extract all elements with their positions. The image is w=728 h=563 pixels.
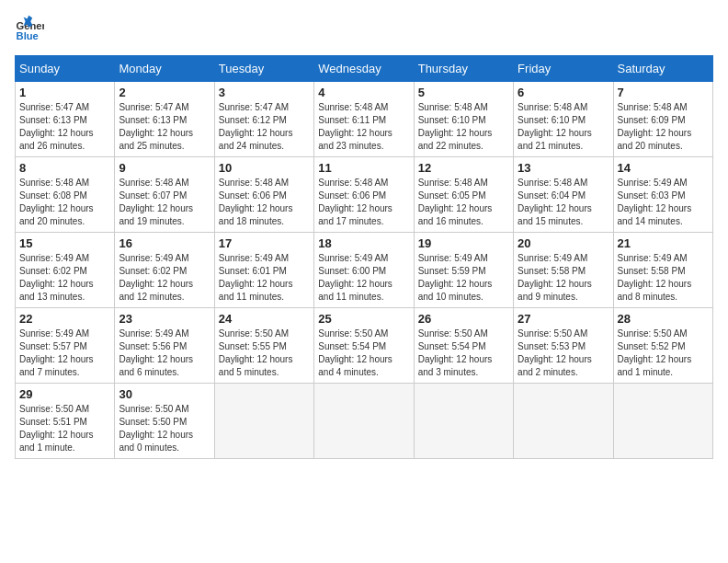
dow-header-tuesday: Tuesday: [214, 56, 313, 82]
logo: General Blue: [15, 15, 48, 44]
day-info: Sunrise: 5:48 AMSunset: 6:06 PMDaylight:…: [219, 177, 310, 228]
calendar-week-row: 15Sunrise: 5:49 AMSunset: 6:02 PMDayligh…: [16, 233, 713, 308]
calendar-cell: 2Sunrise: 5:47 AMSunset: 6:13 PMDaylight…: [115, 82, 214, 157]
day-info: Sunrise: 5:48 AMSunset: 6:09 PMDaylight:…: [618, 101, 709, 153]
day-info: Sunrise: 5:49 AMSunset: 5:58 PMDaylight:…: [618, 252, 709, 304]
page-header: General Blue: [15, 15, 713, 44]
calendar-cell: 30Sunrise: 5:50 AMSunset: 5:50 PMDayligh…: [115, 384, 214, 459]
day-number: 3: [219, 86, 310, 99]
day-info: Sunrise: 5:49 AMSunset: 6:02 PMDaylight:…: [119, 252, 210, 304]
calendar-cell: 6Sunrise: 5:48 AMSunset: 6:10 PMDaylight…: [514, 82, 613, 157]
day-info: Sunrise: 5:48 AMSunset: 6:04 PMDaylight:…: [518, 177, 609, 228]
calendar-cell: 20Sunrise: 5:49 AMSunset: 5:58 PMDayligh…: [514, 233, 613, 308]
logo-icon: General Blue: [15, 15, 44, 44]
calendar-cell: [514, 384, 613, 459]
day-number: 14: [618, 161, 709, 175]
day-number: 29: [19, 387, 110, 401]
calendar-cell: [314, 384, 414, 459]
calendar-cell: 16Sunrise: 5:49 AMSunset: 6:02 PMDayligh…: [115, 233, 214, 308]
day-info: Sunrise: 5:50 AMSunset: 5:54 PMDaylight:…: [418, 327, 509, 379]
day-info: Sunrise: 5:48 AMSunset: 6:11 PMDaylight:…: [318, 101, 409, 153]
day-number: 6: [518, 86, 609, 99]
calendar-cell: 25Sunrise: 5:50 AMSunset: 5:54 PMDayligh…: [314, 308, 414, 384]
calendar-cell: 11Sunrise: 5:48 AMSunset: 6:06 PMDayligh…: [314, 157, 414, 233]
day-number: 15: [19, 236, 110, 250]
calendar-cell: 10Sunrise: 5:48 AMSunset: 6:06 PMDayligh…: [214, 157, 313, 233]
day-number: 30: [119, 387, 210, 401]
day-info: Sunrise: 5:49 AMSunset: 6:02 PMDaylight:…: [19, 252, 110, 304]
day-number: 27: [518, 312, 609, 326]
calendar-cell: 19Sunrise: 5:49 AMSunset: 5:59 PMDayligh…: [414, 233, 513, 308]
calendar-week-row: 1Sunrise: 5:47 AMSunset: 6:13 PMDaylight…: [16, 82, 713, 157]
calendar-cell: [613, 384, 712, 459]
day-number: 22: [19, 312, 110, 326]
dow-header-sunday: Sunday: [16, 56, 115, 82]
day-info: Sunrise: 5:48 AMSunset: 6:07 PMDaylight:…: [119, 177, 210, 228]
calendar-cell: 22Sunrise: 5:49 AMSunset: 5:57 PMDayligh…: [16, 308, 115, 384]
day-info: Sunrise: 5:49 AMSunset: 5:56 PMDaylight:…: [119, 327, 210, 379]
day-info: Sunrise: 5:47 AMSunset: 6:13 PMDaylight:…: [119, 101, 210, 153]
calendar-cell: 9Sunrise: 5:48 AMSunset: 6:07 PMDaylight…: [115, 157, 214, 233]
day-info: Sunrise: 5:47 AMSunset: 6:12 PMDaylight:…: [219, 101, 310, 153]
day-number: 9: [119, 161, 210, 175]
day-info: Sunrise: 5:48 AMSunset: 6:06 PMDaylight:…: [318, 177, 409, 228]
day-number: 7: [618, 86, 709, 99]
calendar-cell: 1Sunrise: 5:47 AMSunset: 6:13 PMDaylight…: [16, 82, 115, 157]
day-number: 8: [19, 161, 110, 175]
day-number: 19: [418, 236, 509, 250]
calendar-cell: [214, 384, 313, 459]
calendar-cell: 23Sunrise: 5:49 AMSunset: 5:56 PMDayligh…: [115, 308, 214, 384]
day-number: 5: [418, 86, 509, 99]
day-info: Sunrise: 5:50 AMSunset: 5:55 PMDaylight:…: [219, 327, 310, 379]
day-info: Sunrise: 5:49 AMSunset: 6:01 PMDaylight:…: [219, 252, 310, 304]
calendar-cell: 3Sunrise: 5:47 AMSunset: 6:12 PMDaylight…: [214, 82, 313, 157]
day-number: 16: [119, 236, 210, 250]
day-info: Sunrise: 5:48 AMSunset: 6:08 PMDaylight:…: [19, 177, 110, 228]
calendar-cell: 7Sunrise: 5:48 AMSunset: 6:09 PMDaylight…: [613, 82, 712, 157]
day-info: Sunrise: 5:49 AMSunset: 6:00 PMDaylight:…: [318, 252, 409, 304]
day-info: Sunrise: 5:48 AMSunset: 6:10 PMDaylight:…: [518, 101, 609, 153]
day-info: Sunrise: 5:49 AMSunset: 6:03 PMDaylight:…: [618, 177, 709, 228]
day-number: 4: [318, 86, 409, 99]
day-number: 24: [219, 312, 310, 326]
calendar-table: SundayMondayTuesdayWednesdayThursdayFrid…: [15, 55, 713, 459]
day-number: 1: [19, 86, 110, 99]
calendar-cell: 14Sunrise: 5:49 AMSunset: 6:03 PMDayligh…: [613, 157, 712, 233]
day-number: 17: [219, 236, 310, 250]
day-number: 20: [518, 236, 609, 250]
dow-header-wednesday: Wednesday: [314, 56, 414, 82]
calendar-cell: [414, 384, 513, 459]
calendar-cell: 26Sunrise: 5:50 AMSunset: 5:54 PMDayligh…: [414, 308, 513, 384]
calendar-week-row: 22Sunrise: 5:49 AMSunset: 5:57 PMDayligh…: [16, 308, 713, 384]
calendar-cell: 4Sunrise: 5:48 AMSunset: 6:11 PMDaylight…: [314, 82, 414, 157]
calendar-cell: 17Sunrise: 5:49 AMSunset: 6:01 PMDayligh…: [214, 233, 313, 308]
day-number: 21: [618, 236, 709, 250]
svg-text:Blue: Blue: [17, 30, 39, 41]
calendar-cell: 27Sunrise: 5:50 AMSunset: 5:53 PMDayligh…: [514, 308, 613, 384]
calendar-cell: 28Sunrise: 5:50 AMSunset: 5:52 PMDayligh…: [613, 308, 712, 384]
dow-header-saturday: Saturday: [613, 56, 712, 82]
day-number: 13: [518, 161, 609, 175]
day-info: Sunrise: 5:50 AMSunset: 5:54 PMDaylight:…: [318, 327, 409, 379]
day-info: Sunrise: 5:50 AMSunset: 5:51 PMDaylight:…: [19, 403, 110, 454]
day-number: 26: [418, 312, 509, 326]
calendar-cell: 8Sunrise: 5:48 AMSunset: 6:08 PMDaylight…: [16, 157, 115, 233]
day-number: 23: [119, 312, 210, 326]
day-info: Sunrise: 5:47 AMSunset: 6:13 PMDaylight:…: [19, 101, 110, 153]
day-info: Sunrise: 5:50 AMSunset: 5:53 PMDaylight:…: [518, 327, 609, 379]
day-number: 28: [618, 312, 709, 326]
day-number: 18: [318, 236, 409, 250]
day-info: Sunrise: 5:50 AMSunset: 5:52 PMDaylight:…: [618, 327, 709, 379]
calendar-week-row: 29Sunrise: 5:50 AMSunset: 5:51 PMDayligh…: [16, 384, 713, 459]
day-number: 12: [418, 161, 509, 175]
dow-header-monday: Monday: [115, 56, 214, 82]
day-number: 25: [318, 312, 409, 326]
day-number: 10: [219, 161, 310, 175]
day-info: Sunrise: 5:49 AMSunset: 5:59 PMDaylight:…: [418, 252, 509, 304]
calendar-cell: 29Sunrise: 5:50 AMSunset: 5:51 PMDayligh…: [16, 384, 115, 459]
calendar-cell: 18Sunrise: 5:49 AMSunset: 6:00 PMDayligh…: [314, 233, 414, 308]
day-number: 2: [119, 86, 210, 99]
day-number: 11: [318, 161, 409, 175]
calendar-week-row: 8Sunrise: 5:48 AMSunset: 6:08 PMDaylight…: [16, 157, 713, 233]
day-info: Sunrise: 5:49 AMSunset: 5:57 PMDaylight:…: [19, 327, 110, 379]
